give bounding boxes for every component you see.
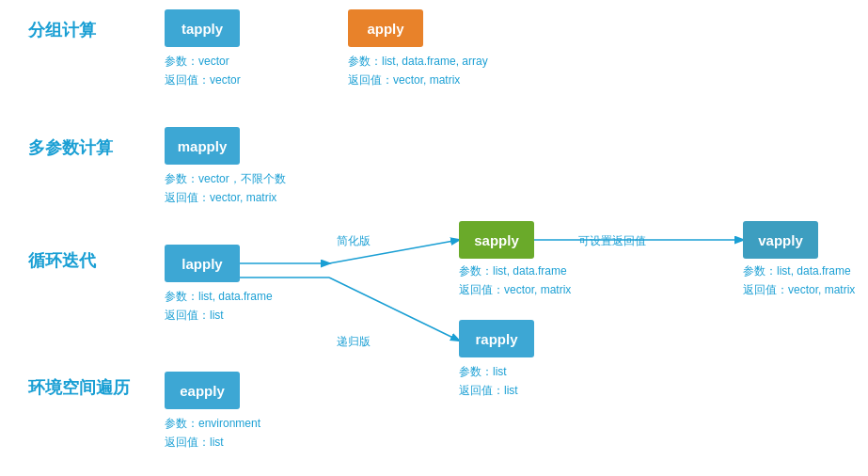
box-sapply: sapply <box>459 221 534 259</box>
category-duocanshu: 多参数计算 <box>28 136 113 159</box>
label-jianhuan: 简化版 <box>337 233 371 249</box>
box-lapply: lapply <box>165 245 240 282</box>
box-vapply: vapply <box>743 221 818 259</box>
info-vapply: 参数：list, data.frame返回值：vector, matrix <box>743 262 855 300</box>
box-tapply: tapply <box>165 9 240 47</box>
diagram: 分组计算 多参数计算 循环迭代 环境空间遍历 tapply apply mapp… <box>0 0 868 476</box>
label-keshezhi: 可设置返回值 <box>578 233 646 249</box>
box-mapply: mapply <box>165 127 240 165</box>
box-eapply: eapply <box>165 372 240 409</box>
category-fenzu: 分组计算 <box>28 19 96 41</box>
svg-line-3 <box>329 278 459 341</box>
info-mapply: 参数：vector，不限个数返回值：vector, matrix <box>165 169 286 208</box>
category-xunhuan: 循环迭代 <box>28 249 96 272</box>
info-eapply: 参数：environment返回值：list <box>165 414 260 452</box>
category-huanjing: 环境空间遍历 <box>28 376 130 399</box>
box-rapply: rapply <box>459 320 534 357</box>
info-apply: 参数：list, data.frame, array返回值：vector, ma… <box>348 52 488 90</box>
info-tapply: 参数：vector返回值：vector <box>165 52 241 90</box>
box-apply: apply <box>348 9 423 47</box>
info-rapply: 参数：list返回值：list <box>459 362 518 401</box>
info-sapply: 参数：list, data.frame返回值：vector, matrix <box>459 262 571 300</box>
info-lapply: 参数：list, data.frame返回值：list <box>165 287 273 325</box>
label-digui: 递归版 <box>337 334 371 350</box>
